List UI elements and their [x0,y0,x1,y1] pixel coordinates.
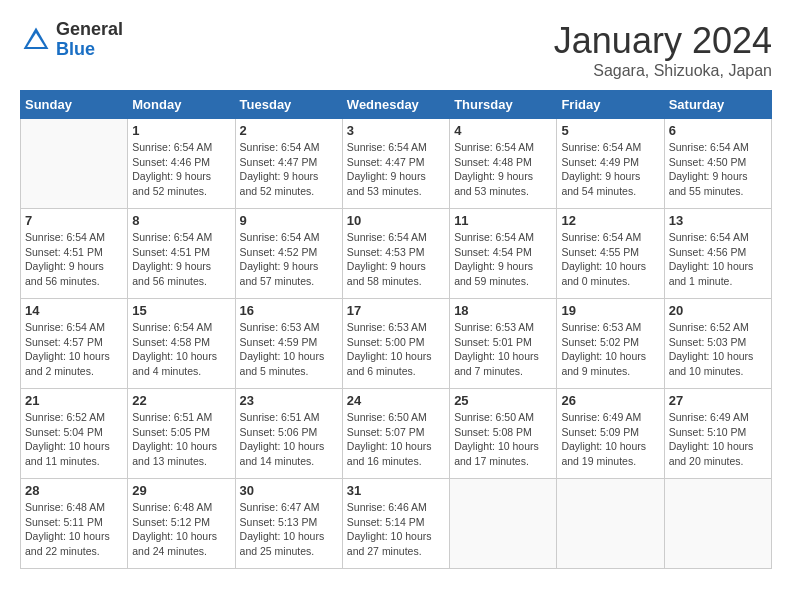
calendar-cell: 25Sunrise: 6:50 AM Sunset: 5:08 PM Dayli… [450,389,557,479]
calendar-cell: 24Sunrise: 6:50 AM Sunset: 5:07 PM Dayli… [342,389,449,479]
day-number: 29 [132,483,230,498]
logo-text: General Blue [56,20,123,60]
day-info: Sunrise: 6:54 AM Sunset: 4:47 PM Dayligh… [240,140,338,199]
day-info: Sunrise: 6:53 AM Sunset: 5:00 PM Dayligh… [347,320,445,379]
day-number: 15 [132,303,230,318]
day-info: Sunrise: 6:54 AM Sunset: 4:46 PM Dayligh… [132,140,230,199]
calendar-table: SundayMondayTuesdayWednesdayThursdayFrid… [20,90,772,569]
day-info: Sunrise: 6:49 AM Sunset: 5:09 PM Dayligh… [561,410,659,469]
calendar-cell: 2Sunrise: 6:54 AM Sunset: 4:47 PM Daylig… [235,119,342,209]
calendar-cell [21,119,128,209]
day-info: Sunrise: 6:54 AM Sunset: 4:51 PM Dayligh… [132,230,230,289]
day-info: Sunrise: 6:54 AM Sunset: 4:51 PM Dayligh… [25,230,123,289]
day-info: Sunrise: 6:54 AM Sunset: 4:54 PM Dayligh… [454,230,552,289]
title-block: January 2024 Sagara, Shizuoka, Japan [554,20,772,80]
day-info: Sunrise: 6:46 AM Sunset: 5:14 PM Dayligh… [347,500,445,559]
header-monday: Monday [128,91,235,119]
day-info: Sunrise: 6:49 AM Sunset: 5:10 PM Dayligh… [669,410,767,469]
day-number: 13 [669,213,767,228]
header-saturday: Saturday [664,91,771,119]
header-wednesday: Wednesday [342,91,449,119]
calendar-cell: 8Sunrise: 6:54 AM Sunset: 4:51 PM Daylig… [128,209,235,299]
day-number: 19 [561,303,659,318]
day-number: 7 [25,213,123,228]
day-number: 8 [132,213,230,228]
calendar-cell: 31Sunrise: 6:46 AM Sunset: 5:14 PM Dayli… [342,479,449,569]
day-number: 21 [25,393,123,408]
calendar-cell: 15Sunrise: 6:54 AM Sunset: 4:58 PM Dayli… [128,299,235,389]
day-number: 22 [132,393,230,408]
day-number: 16 [240,303,338,318]
day-info: Sunrise: 6:52 AM Sunset: 5:04 PM Dayligh… [25,410,123,469]
day-info: Sunrise: 6:54 AM Sunset: 4:48 PM Dayligh… [454,140,552,199]
week-row-2: 14Sunrise: 6:54 AM Sunset: 4:57 PM Dayli… [21,299,772,389]
calendar-cell: 16Sunrise: 6:53 AM Sunset: 4:59 PM Dayli… [235,299,342,389]
header-friday: Friday [557,91,664,119]
logo-general-text: General [56,20,123,40]
day-info: Sunrise: 6:48 AM Sunset: 5:11 PM Dayligh… [25,500,123,559]
day-number: 31 [347,483,445,498]
calendar-cell: 4Sunrise: 6:54 AM Sunset: 4:48 PM Daylig… [450,119,557,209]
header-sunday: Sunday [21,91,128,119]
day-number: 23 [240,393,338,408]
header-thursday: Thursday [450,91,557,119]
day-info: Sunrise: 6:52 AM Sunset: 5:03 PM Dayligh… [669,320,767,379]
week-row-1: 7Sunrise: 6:54 AM Sunset: 4:51 PM Daylig… [21,209,772,299]
calendar-cell: 26Sunrise: 6:49 AM Sunset: 5:09 PM Dayli… [557,389,664,479]
day-number: 9 [240,213,338,228]
day-info: Sunrise: 6:53 AM Sunset: 4:59 PM Dayligh… [240,320,338,379]
day-number: 14 [25,303,123,318]
calendar-cell: 30Sunrise: 6:47 AM Sunset: 5:13 PM Dayli… [235,479,342,569]
day-info: Sunrise: 6:54 AM Sunset: 4:57 PM Dayligh… [25,320,123,379]
day-info: Sunrise: 6:54 AM Sunset: 4:58 PM Dayligh… [132,320,230,379]
day-info: Sunrise: 6:53 AM Sunset: 5:02 PM Dayligh… [561,320,659,379]
day-info: Sunrise: 6:54 AM Sunset: 4:52 PM Dayligh… [240,230,338,289]
day-number: 20 [669,303,767,318]
day-number: 24 [347,393,445,408]
calendar-cell: 23Sunrise: 6:51 AM Sunset: 5:06 PM Dayli… [235,389,342,479]
day-info: Sunrise: 6:50 AM Sunset: 5:07 PM Dayligh… [347,410,445,469]
calendar-cell: 20Sunrise: 6:52 AM Sunset: 5:03 PM Dayli… [664,299,771,389]
calendar-cell: 13Sunrise: 6:54 AM Sunset: 4:56 PM Dayli… [664,209,771,299]
day-number: 28 [25,483,123,498]
week-row-3: 21Sunrise: 6:52 AM Sunset: 5:04 PM Dayli… [21,389,772,479]
calendar-cell: 7Sunrise: 6:54 AM Sunset: 4:51 PM Daylig… [21,209,128,299]
day-number: 26 [561,393,659,408]
day-info: Sunrise: 6:53 AM Sunset: 5:01 PM Dayligh… [454,320,552,379]
day-info: Sunrise: 6:50 AM Sunset: 5:08 PM Dayligh… [454,410,552,469]
week-row-4: 28Sunrise: 6:48 AM Sunset: 5:11 PM Dayli… [21,479,772,569]
header-tuesday: Tuesday [235,91,342,119]
calendar-cell [450,479,557,569]
calendar-cell: 29Sunrise: 6:48 AM Sunset: 5:12 PM Dayli… [128,479,235,569]
logo: General Blue [20,20,123,60]
calendar-cell: 21Sunrise: 6:52 AM Sunset: 5:04 PM Dayli… [21,389,128,479]
day-number: 5 [561,123,659,138]
day-number: 10 [347,213,445,228]
calendar-cell: 6Sunrise: 6:54 AM Sunset: 4:50 PM Daylig… [664,119,771,209]
day-number: 1 [132,123,230,138]
calendar-cell [557,479,664,569]
calendar-cell: 19Sunrise: 6:53 AM Sunset: 5:02 PM Dayli… [557,299,664,389]
day-info: Sunrise: 6:54 AM Sunset: 4:55 PM Dayligh… [561,230,659,289]
day-number: 4 [454,123,552,138]
calendar-cell [664,479,771,569]
day-info: Sunrise: 6:47 AM Sunset: 5:13 PM Dayligh… [240,500,338,559]
calendar-cell: 17Sunrise: 6:53 AM Sunset: 5:00 PM Dayli… [342,299,449,389]
day-info: Sunrise: 6:51 AM Sunset: 5:06 PM Dayligh… [240,410,338,469]
days-header-row: SundayMondayTuesdayWednesdayThursdayFrid… [21,91,772,119]
day-number: 3 [347,123,445,138]
day-info: Sunrise: 6:54 AM Sunset: 4:49 PM Dayligh… [561,140,659,199]
calendar-cell: 22Sunrise: 6:51 AM Sunset: 5:05 PM Dayli… [128,389,235,479]
calendar-cell: 9Sunrise: 6:54 AM Sunset: 4:52 PM Daylig… [235,209,342,299]
day-number: 6 [669,123,767,138]
calendar-cell: 3Sunrise: 6:54 AM Sunset: 4:47 PM Daylig… [342,119,449,209]
month-title: January 2024 [554,20,772,62]
location: Sagara, Shizuoka, Japan [554,62,772,80]
calendar-cell: 12Sunrise: 6:54 AM Sunset: 4:55 PM Dayli… [557,209,664,299]
day-number: 27 [669,393,767,408]
calendar-cell: 1Sunrise: 6:54 AM Sunset: 4:46 PM Daylig… [128,119,235,209]
day-number: 25 [454,393,552,408]
calendar-cell: 10Sunrise: 6:54 AM Sunset: 4:53 PM Dayli… [342,209,449,299]
day-number: 17 [347,303,445,318]
day-number: 30 [240,483,338,498]
